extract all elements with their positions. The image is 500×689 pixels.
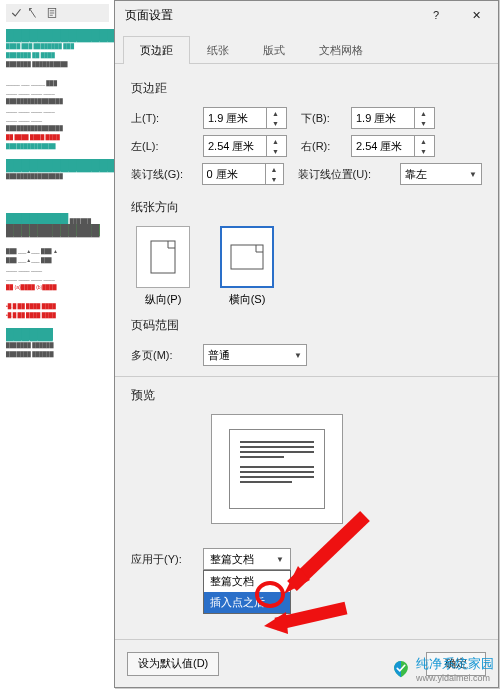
input-gutter[interactable] (203, 168, 265, 180)
select-apply-to-value: 整篇文档 (210, 552, 254, 567)
titlebar: 页面设置 ? ✕ (115, 1, 498, 29)
watermark-brand: 纯净系统家园 (416, 655, 494, 673)
spin-down-icon[interactable]: ▼ (267, 118, 284, 128)
spinner-right[interactable]: ▲▼ (351, 135, 435, 157)
spinner-gutter[interactable]: ▲▼ (202, 163, 284, 185)
section-orientation: 纸张方向 (131, 199, 482, 216)
tab-strip: 页边距 纸张 版式 文档网格 (115, 29, 498, 64)
spinner-top[interactable]: ▲▼ (203, 107, 287, 129)
annotation-arrow-2 (258, 598, 348, 634)
section-pages: 页码范围 (131, 317, 482, 334)
input-right[interactable] (352, 140, 414, 152)
spin-up-icon[interactable]: ▲ (267, 108, 284, 118)
section-margins: 页边距 (131, 80, 482, 97)
label-left: 左(L): (131, 139, 203, 154)
watermark-url: www.yidaimei.com (416, 673, 494, 683)
watermark: 纯净系统家园 www.yidaimei.com (391, 655, 494, 683)
label-bottom: 下(B): (301, 111, 351, 126)
orientation-landscape[interactable]: 横向(S) (215, 226, 279, 307)
watermark-logo-icon (391, 659, 411, 679)
label-right: 右(R): (301, 139, 351, 154)
preview-page-icon (229, 429, 325, 509)
orientation-portrait[interactable]: 纵向(P) (131, 226, 195, 307)
orientation-portrait-label: 纵向(P) (131, 292, 195, 307)
spinner-left[interactable]: ▲▼ (203, 135, 287, 157)
select-apply-to[interactable]: 整篇文档 ▼ (203, 548, 291, 570)
svg-rect-2 (231, 245, 263, 269)
background-document: ████████████████ ████ ███ ████████ ███ █… (0, 0, 115, 689)
input-bottom[interactable] (352, 112, 414, 124)
label-multipage: 多页(M): (131, 348, 203, 363)
svg-rect-1 (151, 241, 175, 273)
separator (115, 376, 498, 377)
set-default-button[interactable]: 设为默认值(D) (127, 652, 219, 676)
tab-margins[interactable]: 页边距 (123, 36, 190, 64)
help-button[interactable]: ? (416, 2, 456, 28)
tab-grid[interactable]: 文档网格 (302, 36, 380, 64)
tab-layout[interactable]: 版式 (246, 36, 302, 64)
label-apply-to: 应用于(Y): (131, 552, 203, 567)
label-top: 上(T): (131, 111, 203, 126)
chevron-down-icon: ▼ (294, 351, 302, 360)
select-gutter-pos[interactable]: 靠左▼ (400, 163, 483, 185)
input-left[interactable] (204, 140, 266, 152)
tab-paper[interactable]: 纸张 (190, 36, 246, 64)
select-multipage[interactable]: 普通▼ (203, 344, 307, 366)
input-top[interactable] (204, 112, 266, 124)
spinner-bottom[interactable]: ▲▼ (351, 107, 435, 129)
close-button[interactable]: ✕ (456, 2, 496, 28)
dialog-title: 页面设置 (125, 7, 416, 24)
annotation-arrow-1 (280, 508, 370, 598)
orientation-landscape-label: 横向(S) (215, 292, 279, 307)
label-gutter: 装订线(G): (131, 167, 202, 182)
label-gutter-pos: 装订线位置(U): (298, 167, 400, 182)
chevron-down-icon: ▼ (469, 170, 477, 179)
section-preview: 预览 (131, 387, 482, 404)
